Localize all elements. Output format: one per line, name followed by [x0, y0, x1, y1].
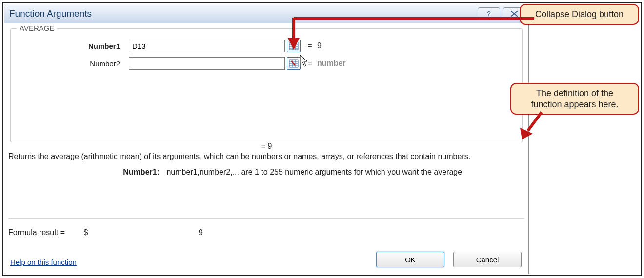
arg2-input[interactable] [129, 57, 285, 70]
argument-description-text: number1,number2,... are 1 to 255 numeric… [166, 168, 464, 176]
arg2-label: Number2 [21, 60, 129, 68]
separator [8, 218, 524, 219]
callout-collapse-dialog: Collapse Dialog button [520, 4, 639, 25]
question-icon: ? [487, 10, 491, 18]
formula-result: Formula result = $ 9 [8, 228, 203, 237]
formula-result-currency: $ [83, 228, 103, 237]
cancel-button[interactable]: Cancel [453, 252, 522, 267]
titlebar: Function Arguments ? [4, 4, 528, 23]
function-description: Returns the average (arithmetic mean) of… [8, 151, 524, 162]
arg2-eval: number [317, 59, 516, 68]
formula-result-label: Formula result = [8, 228, 81, 237]
formula-result-value: 9 [105, 228, 203, 237]
help-button[interactable]: ? [478, 7, 500, 20]
dialog-title: Function Arguments [9, 8, 475, 19]
dialog-buttons: OK Cancel [376, 252, 522, 267]
collapse-dialog-button-1[interactable] [287, 40, 301, 52]
collapse-dialog-button-2[interactable] [287, 57, 301, 70]
arg1-input[interactable] [129, 40, 285, 52]
collapse-dialog-icon [289, 41, 299, 50]
equals-sign: = [302, 41, 317, 50]
dialog-body: AVERAGE Number1 [4, 23, 528, 274]
collapse-dialog-icon [289, 59, 299, 68]
function-arguments-dialog: Function Arguments ? AVERAGE Number1 [4, 4, 529, 274]
arg1-eval: 9 [317, 41, 516, 50]
equals-sign: = [302, 59, 317, 68]
help-on-this-function-link[interactable]: Help on this function [10, 258, 77, 266]
callout-function-definition: The definition of the function appears h… [510, 83, 639, 115]
function-name-legend: AVERAGE [17, 24, 57, 32]
close-icon [510, 11, 518, 17]
intermediate-result: = 9 [11, 142, 522, 151]
argument-description-label: Number1: [8, 168, 164, 177]
ok-button[interactable]: OK [376, 252, 444, 267]
arguments-group: AVERAGE Number1 [10, 28, 523, 142]
argument-description: Number1: number1,number2,... are 1 to 25… [8, 168, 524, 177]
arg1-label: Number1 [21, 42, 129, 50]
